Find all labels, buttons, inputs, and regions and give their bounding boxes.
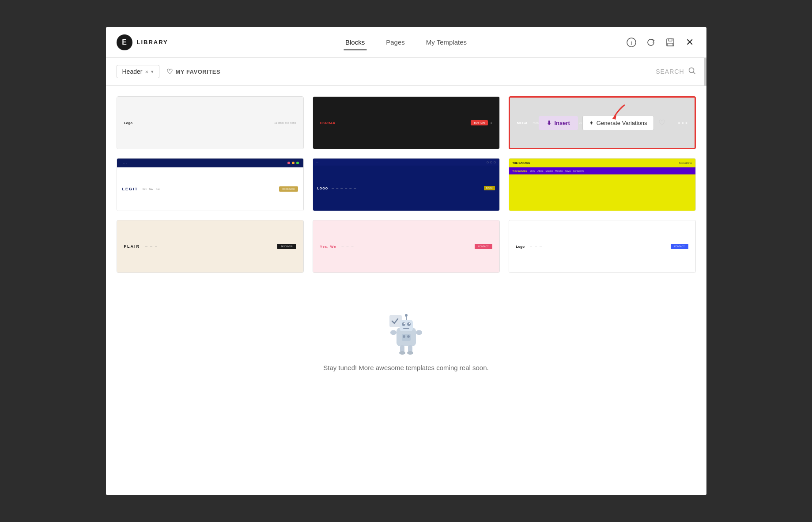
favorite-icon[interactable]: ♡ (292, 135, 299, 144)
insert-button[interactable]: ⬇ Insert (544, 240, 583, 253)
insert-button[interactable]: ⬇ Insert (544, 178, 583, 192)
variations-button[interactable]: ✦ Generate Variations (196, 178, 268, 192)
filter-dropdown[interactable]: Header × ▾ (117, 65, 160, 78)
insert-button[interactable]: ⬇ Insert (152, 116, 191, 130)
insert-button[interactable]: ⬇ Insert (152, 240, 191, 253)
svg-rect-15 (403, 328, 409, 329)
favorite-icon[interactable]: ♡ (684, 258, 691, 268)
variations-button[interactable]: ✦ Generate Variations (196, 239, 268, 254)
toolbar: Header × ▾ ♡ MY FAVORITES SEARCH (106, 58, 706, 86)
insert-download-icon: ⬇ (547, 120, 551, 126)
search-area: SEARCH (656, 67, 695, 76)
insert-icon: ⬇ (160, 120, 165, 126)
template-card[interactable]: · · · ▢ ▢ ▢ LOGO — — — — (313, 158, 500, 211)
svg-point-25 (403, 335, 405, 338)
favorite-icon[interactable]: ♡ (684, 197, 691, 206)
template-card[interactable]: Logo — — — CONTACT ⬇ Insert ✦ Gen (509, 220, 696, 273)
favorite-icon[interactable]: ♡ (488, 258, 495, 268)
svg-point-23 (407, 351, 413, 355)
search-label: SEARCH (656, 68, 684, 75)
favorite-icon[interactable]: ♡ (292, 258, 299, 268)
template-card-highlighted[interactable]: MEGA HOME ABOUT GALLERY SERVICES CONTACT… (509, 96, 696, 149)
tabs-container: Blocks Pages My Templates (344, 35, 468, 49)
template-card[interactable]: Yes, We — — — CONTACT ⬇ Insert ✦ (313, 220, 500, 273)
template-card[interactable]: FLAIR — — — DISCOVER ⬇ Insert ✦ G (117, 220, 304, 273)
variations-button[interactable]: ✦ Generate Variations (196, 116, 268, 130)
filter-label: Header (122, 68, 143, 75)
insert-button[interactable]: ⬇ Insert (348, 116, 387, 130)
svg-text:i: i (631, 39, 632, 46)
variations-button[interactable]: ✦ Generate Variations (392, 116, 464, 130)
svg-point-12 (407, 322, 411, 326)
empty-state-text: Stay tuned! More awesome templates comin… (323, 364, 488, 371)
header-actions: i ✕ (625, 36, 696, 49)
svg-point-11 (402, 322, 405, 326)
info-icon[interactable]: i (625, 36, 638, 49)
insert-button-active[interactable]: ⬇ Insert (539, 116, 578, 130)
svg-point-17 (405, 314, 408, 317)
robot-illustration (380, 308, 433, 357)
refresh-icon[interactable] (645, 36, 657, 49)
card-overlay-active: ⬇ Insert ✦ Generate Variations ♡ (510, 98, 695, 148)
insert-button[interactable]: ⬇ Insert (152, 178, 191, 192)
variations-button-active[interactable]: ✦ Generate Variations (582, 116, 654, 130)
svg-rect-18 (390, 330, 397, 335)
empty-state: Stay tuned! More awesome templates comin… (117, 291, 696, 389)
filter-arrow-icon[interactable]: ▾ (151, 69, 154, 75)
svg-rect-4 (668, 43, 673, 46)
logo-area: E LIBRARY (117, 34, 168, 50)
insert-button[interactable]: ⬇ Insert (348, 240, 387, 253)
search-icon[interactable] (688, 67, 696, 76)
tab-blocks[interactable]: Blocks (344, 35, 366, 49)
svg-point-13 (404, 323, 405, 324)
svg-line-6 (693, 72, 695, 74)
modal-header: E LIBRARY Blocks Pages My Templates i (106, 27, 706, 58)
template-card[interactable]: · · · LEGIT Nav Nav Nav (117, 158, 304, 211)
tab-pages[interactable]: Pages (384, 35, 407, 49)
favorite-icon[interactable]: ♡ (488, 135, 495, 144)
sparkle-icon: ✦ (589, 120, 594, 126)
svg-point-26 (407, 335, 410, 338)
favorite-icon-active[interactable]: ♡ (658, 118, 665, 128)
svg-rect-10 (400, 320, 413, 331)
template-card[interactable]: CKRRAA — — — BUTTON ≡ ⬇ Insert (313, 96, 500, 149)
variations-button[interactable]: ✦ Generate Variations (588, 239, 660, 254)
library-modal: E LIBRARY Blocks Pages My Templates i (106, 27, 706, 495)
variations-button[interactable]: ✦ Generate Variations (588, 178, 660, 192)
template-grid: Logo — — — — 11 (555) 555-5555 ⬇ Insert (117, 96, 696, 273)
filter-clear-icon[interactable]: × (145, 68, 148, 75)
template-card[interactable]: THE GARAGE Something THE GARAGE Menu Abo… (509, 158, 696, 211)
template-card[interactable]: Logo — — — — 11 (555) 555-5555 ⬇ Insert (117, 96, 304, 149)
close-button[interactable]: ✕ (684, 36, 696, 49)
svg-point-22 (399, 351, 405, 355)
variations-button[interactable]: ✦ Generate Variations (392, 239, 464, 254)
favorite-icon[interactable]: ♡ (292, 197, 299, 206)
variations-icon: ✦ (203, 120, 208, 126)
content-area: Logo — — — — 11 (555) 555-5555 ⬇ Insert (106, 86, 706, 495)
tab-my-templates[interactable]: My Templates (424, 35, 468, 49)
variations-button[interactable]: ✦ Generate Variations (392, 178, 464, 192)
insert-button[interactable]: ⬇ Insert (348, 178, 387, 192)
svg-rect-19 (416, 330, 422, 335)
favorite-icon[interactable]: ♡ (488, 197, 495, 206)
logo-icon: E (117, 34, 132, 50)
heart-icon: ♡ (166, 68, 173, 76)
favorites-button[interactable]: ♡ MY FAVORITES (166, 68, 220, 76)
svg-point-14 (409, 323, 410, 324)
svg-point-5 (689, 68, 694, 73)
save-icon[interactable] (664, 36, 676, 49)
logo-text: LIBRARY (137, 39, 168, 45)
